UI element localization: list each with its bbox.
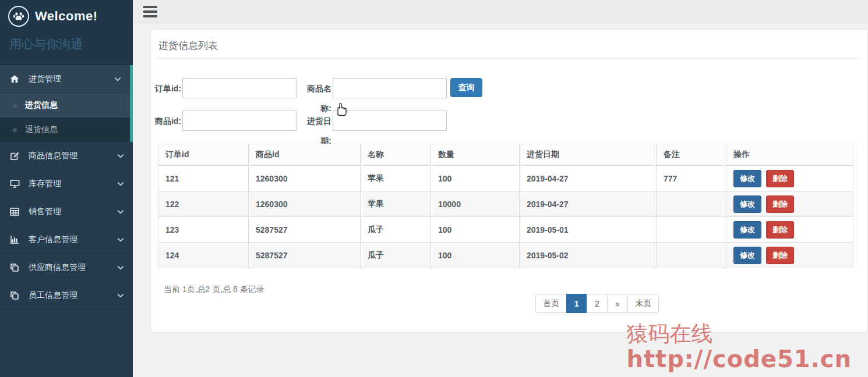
sidebar-item-label: 客户信息管理 [29,234,77,245]
sidebar-item-product-mgmt[interactable]: 商品信息管理 [0,142,133,170]
cell-product-id: 1260300 [249,166,361,191]
bullet-icon [13,128,17,132]
record-summary: 当前 1页,总2 页,总 8 条记录 [164,284,264,295]
pagination-page-1[interactable]: 1 [566,294,587,313]
col-product-id: 商品id [249,144,361,166]
app-root: Welcome! 用心与你沟通 进货管理 [0,0,868,377]
cell-quantity: 100 [431,166,520,191]
cell-name: 瓜子 [361,243,431,268]
product-name-input[interactable] [333,78,447,98]
bar-chart-icon [9,234,21,245]
delete-button[interactable]: 删除 [766,170,794,187]
cell-actions: 修改删除 [726,191,853,217]
pagination: 首页 1 2 » 末页 [535,294,659,313]
table-row: 121 1260300 苹果 100 2019-04-27 777 修改删除 [158,166,853,191]
edit-button[interactable]: 修改 [733,170,761,187]
col-quantity: 数量 [431,144,520,166]
cell-name: 苹果 [361,191,431,217]
brand-title: Welcome! [35,9,98,24]
topbar [133,0,868,23]
sidebar-item-label: 商品信息管理 [29,151,77,161]
cell-actions: 修改删除 [726,217,853,243]
sidebar-item-label: 销售管理 [29,207,61,217]
sidebar-item-customer-mgmt[interactable]: 客户信息管理 [0,226,133,254]
product-id-input[interactable] [182,111,297,131]
cell-product-id: 1260300 [249,191,361,217]
pagination-last[interactable]: 末页 [627,294,659,313]
chevron-down-icon [117,152,125,160]
sidebar-subitem-return-info[interactable]: 退货信息 [0,118,130,142]
sidebar-submenu: 进货信息 退货信息 [0,93,130,142]
order-id-input[interactable] [182,78,297,98]
cell-date: 2019-04-27 [520,166,657,191]
sidebar-item-inventory-mgmt[interactable]: 库存管理 [0,170,133,198]
sidebar-group-purchase: 进货管理 进货信息 退货信息 [0,65,133,142]
delete-button[interactable]: 删除 [766,221,794,239]
brand-subtitle: 用心与你沟通 [8,36,125,52]
cell-order-id: 122 [158,191,249,217]
sidebar-item-supplier-mgmt[interactable]: 供应商信息管理 [0,254,133,282]
cell-product-id: 5287527 [249,217,361,243]
cell-name: 苹果 [361,166,431,191]
col-actions: 操作 [726,144,853,166]
sidebar-subitem-purchase-info[interactable]: 进货信息 [0,93,130,118]
cell-actions: 修改删除 [726,166,853,191]
sidebar-subitem-label: 退货信息 [25,125,58,135]
main-content: 进货信息列表 订单id: 商品名称: 查询 商品id: 进货日期: 订单 [133,23,868,377]
cell-quantity: 100 [431,243,520,268]
chevron-down-icon [117,264,125,272]
edit-button[interactable]: 修改 [733,221,761,239]
paw-icon [8,6,29,27]
delete-button[interactable]: 删除 [766,247,794,264]
table-row: 122 1260300 苹果 10000 2019-04-27 修改删除 [158,191,853,217]
edit-button[interactable]: 修改 [733,247,761,264]
table-header-row: 订单id 商品id 名称 数量 进货日期 备注 操作 [158,144,853,166]
pagination-page-2[interactable]: 2 [587,294,608,313]
home-icon [9,74,21,84]
copy-icon [9,290,21,301]
bullet-icon [13,104,17,108]
pagination-first[interactable]: 首页 [535,294,567,313]
title-divider [157,58,862,59]
col-note: 备注 [657,144,726,166]
sidebar-subitem-label: 进货信息 [25,100,58,111]
edit-button[interactable]: 修改 [733,195,761,213]
cell-order-id: 124 [158,243,249,268]
col-date: 进货日期 [520,144,657,166]
cell-note [657,191,726,217]
cell-note: 777 [657,166,726,191]
cell-date: 2019-05-01 [520,217,657,243]
sidebar-item-employee-mgmt[interactable]: 员工信息管理 [0,282,133,310]
table-icon [9,207,21,217]
sidebar: Welcome! 用心与你沟通 进货管理 [0,0,133,377]
pagination-next[interactable]: » [607,294,628,313]
purchase-table: 订单id 商品id 名称 数量 进货日期 备注 操作 121 1260300 苹… [158,144,853,268]
chevron-down-icon [117,180,125,188]
copy-icon [9,262,21,273]
chevron-down-icon [117,236,125,244]
chevron-down-icon [117,208,125,216]
cell-actions: 修改删除 [726,243,853,268]
cell-date: 2019-04-27 [520,191,657,217]
purchase-list-panel: 进货信息列表 订单id: 商品名称: 查询 商品id: 进货日期: 订单 [150,29,868,333]
sidebar-brand: Welcome! 用心与你沟通 [0,0,133,65]
sidebar-item-sales-mgmt[interactable]: 销售管理 [0,198,133,226]
sidebar-item-label: 库存管理 [29,179,61,189]
sidebar-item-label: 员工信息管理 [29,290,77,301]
cell-order-id: 123 [158,217,249,243]
sidebar-item-label: 进货管理 [29,74,61,84]
search-button[interactable]: 查询 [450,78,482,97]
monitor-icon [9,179,21,189]
table-row: 123 5287527 瓜子 100 2019-05-01 修改删除 [158,217,853,243]
cell-name: 瓜子 [361,217,431,243]
hamburger-icon[interactable] [143,6,157,17]
cell-product-id: 5287527 [249,243,361,268]
delete-button[interactable]: 删除 [766,195,794,213]
sidebar-menu: 进货管理 进货信息 退货信息 [0,65,133,310]
order-id-label: 订单id: [154,79,181,98]
sidebar-item-label: 供应商信息管理 [29,262,86,273]
cell-quantity: 100 [431,217,520,243]
sidebar-item-purchase-mgmt[interactable]: 进货管理 [0,65,130,93]
cell-note [657,243,726,268]
purchase-date-input[interactable] [333,111,447,131]
